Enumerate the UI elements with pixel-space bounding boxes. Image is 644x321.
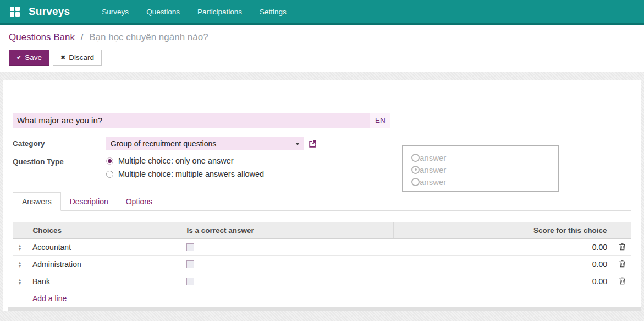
- choice-cell[interactable]: Bank: [27, 273, 181, 290]
- horizontal-scrollbar[interactable]: [8, 307, 641, 311]
- preview-answer-label: answer: [420, 177, 446, 187]
- score-cell[interactable]: 0.00: [393, 273, 613, 290]
- tab-description[interactable]: Description: [61, 193, 117, 210]
- correct-answer-checkbox[interactable]: [186, 243, 194, 251]
- preview-answer-label: answer: [420, 165, 446, 175]
- trash-icon[interactable]: [619, 243, 626, 251]
- correct-answer-checkbox[interactable]: [186, 278, 194, 285]
- choice-cell[interactable]: Accountant: [27, 239, 181, 256]
- drag-handle-icon[interactable]: ▴▾: [13, 278, 27, 285]
- apps-grid-icon[interactable]: [10, 7, 20, 17]
- preview-answer-line: answer: [411, 164, 558, 176]
- nav-item-surveys[interactable]: Surveys: [102, 8, 129, 16]
- notebook-tabs: Answers Description Options: [13, 193, 631, 211]
- close-icon: ✖: [60, 54, 65, 61]
- column-header-choices[interactable]: Choices: [27, 222, 181, 239]
- app-brand[interactable]: Surveys: [29, 6, 70, 18]
- column-header-correct[interactable]: Is a correct answer: [181, 222, 393, 239]
- preview-radio-selected-icon: [411, 166, 420, 174]
- breadcrumb: Questions Bank / Bạn học chuyên ngành nà…: [9, 32, 635, 43]
- radio-option-label: Multiple choice: multiple answers allowe…: [118, 170, 264, 178]
- table-row[interactable]: ▴▾ Bank 0.00: [13, 273, 631, 290]
- control-panel: Questions Bank / Bạn học chuyên ngành nà…: [0, 25, 644, 72]
- radio-option-multiple-answers[interactable]: Multiple choice: multiple answers allowe…: [106, 170, 264, 178]
- external-link-icon[interactable]: [308, 139, 317, 149]
- top-navbar: Surveys Surveys Questions Participations…: [0, 0, 644, 25]
- nav-item-questions[interactable]: Questions: [146, 8, 180, 16]
- breadcrumb-current: Bạn học chuyên ngành nào?: [89, 32, 208, 42]
- table-row[interactable]: ▴▾ Administration 0.00: [13, 256, 631, 273]
- nav-item-participations[interactable]: Participations: [197, 8, 242, 16]
- discard-button[interactable]: ✖ Discard: [53, 50, 102, 66]
- tab-answers[interactable]: Answers: [13, 192, 61, 211]
- category-value: Group of recruitment questions: [111, 139, 216, 148]
- breadcrumb-questions-bank[interactable]: Questions Bank: [9, 32, 75, 42]
- chevron-down-icon[interactable]: [295, 143, 300, 145]
- radio-selected-icon[interactable]: [106, 157, 113, 165]
- score-cell[interactable]: 0.00: [393, 256, 613, 273]
- preview-radio-icon: [411, 154, 420, 162]
- tab-options[interactable]: Options: [117, 193, 161, 210]
- add-a-line-link[interactable]: Add a line: [32, 294, 67, 303]
- language-badge[interactable]: EN: [370, 113, 390, 128]
- column-header-delete: [613, 222, 631, 239]
- question-title-input[interactable]: [13, 113, 370, 128]
- category-field[interactable]: Group of recruitment questions: [106, 137, 304, 150]
- drag-handle-icon[interactable]: ▴▾: [13, 244, 27, 251]
- preview-answer-line: answer: [411, 176, 558, 188]
- preview-radio-icon: [411, 178, 420, 186]
- column-header-handle: [13, 222, 27, 239]
- choice-cell[interactable]: Administration: [27, 256, 181, 273]
- answers-table: Choices Is a correct answer Score for th…: [13, 222, 631, 307]
- preview-answer-line: answer: [411, 151, 558, 164]
- question-type-label: Question Type: [13, 155, 106, 178]
- trash-icon[interactable]: [619, 260, 626, 268]
- table-row[interactable]: ▴▾ Accountant 0.00: [13, 239, 631, 256]
- discard-button-label: Discard: [69, 53, 94, 62]
- score-cell[interactable]: 0.00: [393, 239, 613, 256]
- radio-option-label: Multiple choice: only one answer: [118, 156, 234, 165]
- save-button[interactable]: ✔ Save: [9, 50, 49, 66]
- breadcrumb-separator: /: [81, 32, 84, 42]
- correct-answer-checkbox[interactable]: [186, 260, 194, 268]
- save-button-label: Save: [25, 53, 42, 62]
- check-icon: ✔: [16, 54, 21, 61]
- category-label: Category: [13, 137, 106, 150]
- nav-item-settings[interactable]: Settings: [260, 8, 287, 16]
- preview-answer-label: answer: [420, 153, 446, 162]
- trash-icon[interactable]: [619, 277, 626, 285]
- radio-option-single-answer[interactable]: Multiple choice: only one answer: [106, 156, 264, 165]
- column-header-score[interactable]: Score for this choice: [393, 222, 613, 239]
- answers-preview-box: answer answer answer: [402, 145, 559, 192]
- radio-unselected-icon[interactable]: [106, 171, 113, 178]
- form-sheet: EN Category Group of recruitment questio…: [3, 80, 641, 311]
- drag-handle-icon[interactable]: ▴▾: [13, 261, 27, 268]
